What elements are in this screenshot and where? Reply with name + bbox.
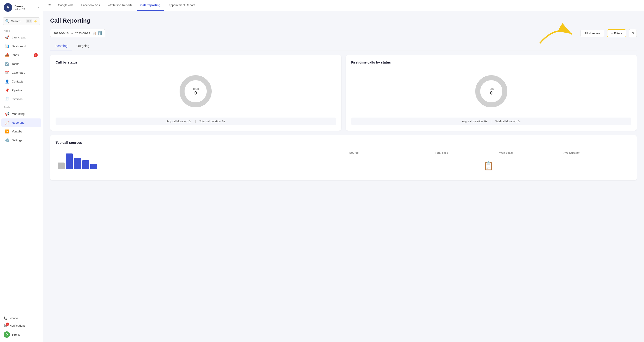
tab-attribution-report[interactable]: Attribution Report ▾ xyxy=(104,0,136,11)
sidebar-item-tasks[interactable]: ☑️ Tasks xyxy=(1,60,41,68)
sidebar-item-dashboard[interactable]: 📊 Dashboard xyxy=(1,42,41,50)
tab-google-ads[interactable]: Google Ads xyxy=(54,0,77,11)
sidebar-item-reporting[interactable]: 📈 Reporting xyxy=(1,118,41,127)
sidebar-item-label: Calendars xyxy=(12,71,25,74)
first-time-avg-duration-label: Avg. call duration: 0s xyxy=(462,120,487,123)
notifications-badge: 5 xyxy=(6,322,9,326)
calendar-icon[interactable]: 📋 xyxy=(92,31,96,35)
inbox-badge: 0 xyxy=(34,53,38,57)
profile-label: Profile xyxy=(12,333,20,336)
phone-icon: 📞 xyxy=(4,316,7,320)
main-area: ≡ Google Ads Facebook Ads Attribution Re… xyxy=(43,0,644,342)
apps-section-label: Apps xyxy=(0,27,43,33)
invoices-icon: 🧾 xyxy=(5,97,10,101)
filters-button[interactable]: ≡ Filters xyxy=(607,29,626,37)
search-label: Search xyxy=(11,20,24,23)
launchpad-icon: 🚀 xyxy=(5,35,10,40)
empty-state-icon: 📋 xyxy=(346,157,632,175)
sidebar-item-label: Launchpad xyxy=(12,36,26,39)
tab-appointment-report[interactable]: Appointment Report xyxy=(165,0,198,11)
user-location: Irvine, CA xyxy=(14,8,36,11)
first-time-donut-center: Total 0 xyxy=(488,87,494,96)
search-shortcut: ⌘K xyxy=(26,20,32,23)
first-time-calls-donut-container: Total 0 xyxy=(351,69,632,114)
sidebar-item-pipeline[interactable]: 📌 Pipeline xyxy=(1,86,41,95)
settings-icon: ⚙️ xyxy=(5,138,10,142)
date-icons: 📋 ℹ️ xyxy=(92,31,102,35)
tasks-icon: ☑️ xyxy=(5,62,10,66)
avg-duration-label: Avg. call duration: 0s xyxy=(166,120,192,123)
sidebar-item-inbox[interactable]: 📥 Inbox 0 xyxy=(1,51,41,59)
sidebar-item-launchpad[interactable]: 🚀 Launchpad xyxy=(1,33,41,42)
call-by-status-title: Call by status xyxy=(56,60,336,64)
filters-label: Filters xyxy=(614,32,622,35)
user-name: Demo xyxy=(14,5,36,8)
call-by-status-donut-container: Total 0 xyxy=(56,69,336,114)
sidebar-item-label: Tasks xyxy=(12,62,19,66)
dashboard-icon: 📊 xyxy=(5,44,10,48)
youtube-icon: ▶️ xyxy=(5,129,10,134)
tab-outgoing[interactable]: Outgoing xyxy=(72,42,94,50)
refresh-button[interactable]: ↻ xyxy=(629,29,637,37)
sidebar-item-youtube[interactable]: ▶️ Youtube xyxy=(1,127,41,136)
sidebar-item-label: Settings xyxy=(12,139,22,142)
bar-item xyxy=(90,164,97,169)
bar-item xyxy=(74,158,81,169)
sidebar-item-calendars[interactable]: 📅 Calendars xyxy=(1,69,41,77)
sidebar-header[interactable]: A Demo Irvine, CA ▾ xyxy=(0,0,43,15)
table-header: Source Total calls Won deals Avg Duratio… xyxy=(346,149,632,157)
sidebar-bottom: 📞 Phone 💬 5 Notifications G Profile xyxy=(0,312,43,342)
col-avg-duration: Avg Duration xyxy=(564,151,628,154)
tab-incoming[interactable]: Incoming xyxy=(50,42,72,50)
sidebar-item-invoices[interactable]: 🧾 Invoices xyxy=(1,95,41,103)
sidebar-item-profile[interactable]: G Profile xyxy=(0,329,43,340)
bar-item xyxy=(58,163,64,169)
reporting-icon: 📈 xyxy=(5,121,10,125)
info-icon[interactable]: ℹ️ xyxy=(98,31,102,35)
first-time-separator: | xyxy=(490,120,491,123)
bar-item xyxy=(66,153,73,169)
charts-row: Call by status Total 0 Avg. call duratio… xyxy=(50,55,637,131)
section-tabs: Incoming Outgoing xyxy=(50,42,637,50)
filters-icon: ≡ xyxy=(611,32,613,35)
sidebar-item-phone[interactable]: 📞 Phone xyxy=(0,314,43,322)
sources-layout: Source Total calls Won deals Avg Duratio… xyxy=(56,149,631,175)
dropdown-arrow-icon: ▾ xyxy=(131,4,132,7)
search-icon: 🔍 xyxy=(5,19,10,23)
sidebar-item-settings[interactable]: ⚙️ Settings xyxy=(1,136,41,144)
call-by-status-card: Call by status Total 0 Avg. call duratio… xyxy=(50,55,341,131)
tab-facebook-ads[interactable]: Facebook Ads xyxy=(78,0,104,11)
sidebar-item-label: Invoices xyxy=(12,97,22,101)
search-bar[interactable]: 🔍 Search ⌘K ⚡ xyxy=(3,18,40,25)
sidebar-item-notifications[interactable]: 💬 5 Notifications xyxy=(0,322,43,329)
total-value: 0 xyxy=(193,90,199,96)
total-duration-label: Total call duration: 0s xyxy=(200,120,225,123)
profile-badge: G xyxy=(4,331,10,338)
first-time-total-label: Total xyxy=(488,87,494,90)
top-call-sources-card: Top call sources Source To xyxy=(50,135,637,180)
donut-center: Total 0 xyxy=(193,87,199,96)
sidebar-item-label: Inbox xyxy=(12,53,19,57)
pipeline-icon: 📌 xyxy=(5,88,10,93)
phone-label: Phone xyxy=(10,316,18,320)
date-range-picker[interactable]: 2023-08-16 → 2023-08-22 📋 ℹ️ xyxy=(50,29,105,37)
sidebar-item-label: Reporting xyxy=(12,121,24,124)
first-time-total-duration-label: Total call duration: 0s xyxy=(495,120,521,123)
first-time-calls-title: First-time calls by status xyxy=(351,60,632,64)
date-start: 2023-08-16 xyxy=(54,32,69,35)
sidebar-item-label: Pipeline xyxy=(12,89,22,92)
all-numbers-button[interactable]: All Numbers xyxy=(580,30,604,37)
user-info: Demo Irvine, CA xyxy=(14,5,36,11)
filter-bar: 2023-08-16 → 2023-08-22 📋 ℹ️ All Numbers… xyxy=(50,29,637,37)
sidebar-item-label: Youtube xyxy=(12,130,22,133)
hamburger-icon[interactable]: ≡ xyxy=(48,3,51,8)
top-call-sources-title: Top call sources xyxy=(56,141,631,144)
chevron-down-icon[interactable]: ▾ xyxy=(38,6,39,9)
bar-chart-area xyxy=(56,149,341,175)
tab-call-reporting[interactable]: Call Reporting xyxy=(137,0,164,11)
avatar: A xyxy=(4,3,12,12)
col-total-calls: Total calls xyxy=(435,151,499,154)
sources-table: Source Total calls Won deals Avg Duratio… xyxy=(346,149,632,175)
sidebar-item-marketing[interactable]: 📢 Marketing xyxy=(1,110,41,118)
sidebar-item-contacts[interactable]: 👤 Contacts xyxy=(1,77,41,86)
